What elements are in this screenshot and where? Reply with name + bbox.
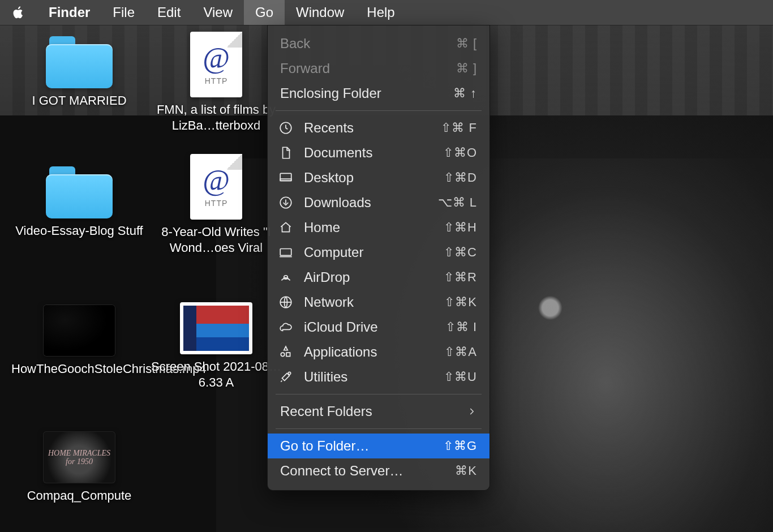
desktop-icon-folder[interactable]: I GOT MARRIED bbox=[11, 36, 147, 109]
menu-item-go-to-folder[interactable]: Go to Folder… ⇧⌘G bbox=[268, 434, 489, 458]
screenshot-thumbnail-icon bbox=[180, 302, 252, 354]
svg-rect-1 bbox=[280, 173, 291, 181]
svg-rect-4 bbox=[280, 249, 291, 256]
menu-item-documents[interactable]: Documents⇧⌘O bbox=[268, 140, 489, 165]
svg-point-7 bbox=[281, 353, 285, 357]
menu-item-recents[interactable]: Recents⇧⌘ F bbox=[268, 115, 489, 140]
computer-icon bbox=[278, 244, 294, 260]
webloc-icon: @ HTTP bbox=[190, 154, 242, 220]
menubar-item-window[interactable]: Window bbox=[285, 0, 355, 25]
svg-rect-8 bbox=[286, 353, 290, 357]
desktop-icon-label: Compaq_Compute bbox=[27, 488, 132, 504]
desktop-icon-webloc[interactable]: @ HTTP FMN, a list of films by LizBa…tte… bbox=[148, 32, 284, 134]
menubar-item-go[interactable]: Go bbox=[244, 0, 285, 25]
folder-icon bbox=[46, 36, 113, 88]
menu-item-applications[interactable]: Applications⇧⌘A bbox=[268, 340, 489, 364]
menubar-app-name[interactable]: Finder bbox=[37, 0, 101, 25]
svg-point-9 bbox=[288, 372, 290, 374]
menu-item-computer[interactable]: Computer⇧⌘C bbox=[268, 240, 489, 265]
menu-separator bbox=[276, 428, 482, 429]
menu-item-enclosing-folder[interactable]: Enclosing Folder ⌘ ↑ bbox=[268, 81, 489, 106]
desktop-icon-folder[interactable]: Video-Essay-Blog Stuff bbox=[11, 166, 147, 239]
menubar-item-file[interactable]: File bbox=[101, 0, 146, 25]
go-menu-dropdown: Back ⌘ [ Forward ⌘ ] Enclosing Folder ⌘ … bbox=[267, 25, 490, 491]
menu-item-airdrop[interactable]: AirDrop⇧⌘R bbox=[268, 265, 489, 290]
svg-rect-2 bbox=[280, 179, 291, 181]
desktop-icon-label: HowTheGoochStoleChristmas.mp4 bbox=[11, 361, 147, 377]
home-icon bbox=[278, 220, 294, 235]
desktop-icon-video[interactable]: HOME MIRACLES for 1950 Compaq_Compute bbox=[11, 431, 147, 504]
menu-item-back: Back ⌘ [ bbox=[268, 31, 489, 56]
apple-menu[interactable] bbox=[10, 6, 27, 19]
video-thumbnail-icon bbox=[43, 304, 115, 357]
network-icon bbox=[278, 294, 294, 310]
menubar-item-help[interactable]: Help bbox=[355, 0, 406, 25]
menubar-item-edit[interactable]: Edit bbox=[146, 0, 192, 25]
desktop-icon-video[interactable]: HowTheGoochStoleChristmas.mp4 bbox=[11, 304, 147, 377]
airdrop-icon bbox=[278, 269, 294, 285]
folder-icon bbox=[46, 166, 113, 218]
desktop-icon-label: Video-Essay-Blog Stuff bbox=[15, 223, 143, 239]
menubar: Finder File Edit View Go Window Help bbox=[0, 0, 773, 25]
desktop-icon-webloc[interactable]: @ HTTP 8-Year-Old Writes "I Wond…oes Vir… bbox=[148, 154, 284, 256]
video-thumbnail-icon: HOME MIRACLES for 1950 bbox=[43, 431, 115, 483]
menu-separator bbox=[276, 110, 482, 111]
menu-item-icloud-drive[interactable]: iCloud Drive⇧⌘ I bbox=[268, 315, 489, 340]
menu-item-home[interactable]: Home⇧⌘H bbox=[268, 215, 489, 240]
desktop-icon-label: FMN, a list of films by LizBa…tterboxd bbox=[148, 102, 284, 134]
download-icon bbox=[278, 195, 294, 211]
desktop-icon-label: 8-Year-Old Writes "I Wond…oes Viral bbox=[148, 224, 284, 256]
menu-item-utilities[interactable]: Utilities⇧⌘U bbox=[268, 364, 489, 389]
desktop-icon-label: I GOT MARRIED bbox=[32, 93, 126, 109]
utilities-icon bbox=[278, 369, 294, 385]
menu-item-desktop[interactable]: Desktop⇧⌘D bbox=[268, 165, 489, 190]
menu-item-recent-folders[interactable]: Recent Folders bbox=[268, 399, 489, 424]
menu-item-downloads[interactable]: Downloads⌥⌘ L bbox=[268, 190, 489, 215]
cloud-icon bbox=[278, 319, 294, 335]
desktop-icon-label: Screen Shot 2021-08…6.33 A bbox=[148, 359, 284, 391]
applications-icon bbox=[278, 344, 294, 360]
chevron-right-icon bbox=[467, 406, 477, 417]
desktop-icon bbox=[278, 170, 294, 186]
webloc-icon: @ HTTP bbox=[190, 32, 242, 97]
menu-separator bbox=[276, 394, 482, 394]
desktop-icon-screenshot[interactable]: Screen Shot 2021-08…6.33 A bbox=[148, 302, 284, 391]
menu-item-network[interactable]: Network⇧⌘K bbox=[268, 290, 489, 315]
apple-logo-icon bbox=[12, 6, 25, 19]
menubar-item-view[interactable]: View bbox=[192, 0, 244, 25]
menu-item-connect-to-server[interactable]: Connect to Server… ⌘K bbox=[268, 458, 489, 483]
menu-item-forward: Forward ⌘ ] bbox=[268, 56, 489, 81]
document-icon bbox=[278, 145, 294, 161]
clock-icon bbox=[278, 120, 294, 136]
